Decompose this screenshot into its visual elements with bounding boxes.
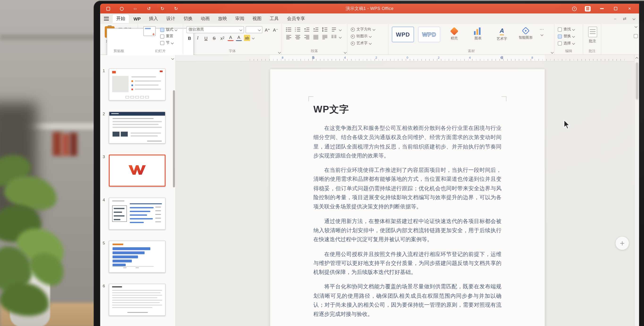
collapse-icon[interactable] <box>632 17 635 20</box>
bullet-list-icon[interactable] <box>285 27 292 32</box>
close-button[interactable]: × <box>627 6 632 11</box>
decrease-font-icon[interactable]: A⁻ <box>272 27 279 33</box>
horizontal-ruler[interactable]: 8 6 4 2 0 2 4 6 8 <box>176 55 634 61</box>
file-menu-button[interactable] <box>100 17 112 20</box>
underline-button[interactable]: U <box>203 35 209 41</box>
app-menu-icon[interactable] <box>106 6 110 11</box>
comment-icon[interactable] <box>588 27 597 37</box>
tab-home[interactable]: 开始 <box>113 14 129 23</box>
font-size-select[interactable] <box>246 26 262 33</box>
document-title[interactable]: WP文字 <box>314 103 502 116</box>
minimize-ribbon-icon[interactable]: – <box>614 16 616 20</box>
indent-icon[interactable] <box>312 27 319 32</box>
collaboration-history-icon[interactable] <box>572 6 577 11</box>
paragraph-group-label: 段落 <box>282 49 347 54</box>
smartart-button[interactable]: 智能图形 <box>516 27 535 40</box>
ribbon-collapse-icon[interactable] <box>634 25 637 28</box>
font-family-select[interactable]: 微软雅黑 <box>186 26 244 33</box>
outdent-icon[interactable] <box>303 27 310 32</box>
more-font-options-icon[interactable] <box>252 36 254 39</box>
scrollbar-thumb[interactable] <box>636 62 638 99</box>
undo-icon[interactable]: ↺ <box>147 6 151 11</box>
select-button[interactable]: 选择 <box>558 40 580 46</box>
columns-icon[interactable] <box>330 34 337 40</box>
tab-tools[interactable]: 工具 <box>266 14 283 23</box>
scroll-up-icon[interactable] <box>635 57 638 60</box>
chart-button[interactable]: 图表 <box>468 27 488 41</box>
refresh-icon[interactable]: ↻ <box>174 6 178 11</box>
find-button[interactable]: 查找 <box>558 27 580 32</box>
slide-thumbnail[interactable] <box>109 112 166 144</box>
slide-number: 5 <box>103 241 105 245</box>
section-button[interactable]: 节 <box>160 40 177 45</box>
maximize-button[interactable] <box>613 6 618 11</box>
tab-slideshow[interactable]: 放映 <box>214 14 231 23</box>
slide-thumbnail[interactable] <box>109 241 166 273</box>
docer-material-button[interactable]: 稻壳 <box>444 27 464 41</box>
paragraph[interactable]: 将平台化和协同文档能力覆盖的场景尽量做到供需匹配，既要在发布端规划清晰可见的使用… <box>314 282 502 319</box>
tab-review[interactable]: 审阅 <box>232 14 248 23</box>
superscript-button[interactable]: x2 <box>220 35 226 41</box>
panel-scrollbar[interactable] <box>173 90 175 187</box>
vertical-scrollbar[interactable] <box>634 55 639 326</box>
save-icon[interactable] <box>120 6 124 11</box>
convert-diagram-button[interactable]: 转图示 <box>351 34 386 39</box>
wordart-gallery-button[interactable]: A 艺术字 <box>492 27 512 41</box>
add-floating-button[interactable]: + <box>615 236 629 250</box>
wordart-button[interactable]: 艺术字 <box>351 40 386 46</box>
align-center-icon[interactable] <box>294 34 301 40</box>
history-arrows-icon[interactable]: ‹› <box>133 6 138 11</box>
replace-icon <box>558 34 562 38</box>
slide-thumbnail[interactable] <box>109 69 166 101</box>
tab-wp[interactable]: WP <box>130 15 144 22</box>
highlight-button[interactable]: ab <box>244 35 250 41</box>
layout-switch-icon[interactable] <box>634 34 638 38</box>
minimize-button[interactable] <box>599 6 604 11</box>
redo-icon[interactable]: ↻ <box>160 6 164 11</box>
slide-thumbnail[interactable] <box>109 197 166 230</box>
text-direction-button[interactable]: 文字方向 <box>351 27 386 32</box>
tab-member[interactable]: 会员专享 <box>284 14 309 23</box>
slide-thumbnail[interactable] <box>109 155 166 187</box>
wordart-preset-1[interactable]: WPD <box>392 27 414 42</box>
tab-transition[interactable]: 切换 <box>180 14 196 23</box>
tab-design[interactable]: 设计 <box>162 14 179 23</box>
paste-button[interactable]: 粘贴 <box>104 26 116 49</box>
paragraph[interactable]: 在使用公司授权并且按照文件接入流程进行相应环节登记的前提下，运维与维护管理可以更… <box>314 250 502 277</box>
indent-marker-left[interactable] <box>312 56 314 59</box>
justify-icon[interactable] <box>312 34 319 40</box>
align-right-icon[interactable] <box>303 34 310 40</box>
distribute-icon[interactable] <box>321 34 328 40</box>
bold-button[interactable]: B <box>186 35 193 41</box>
increase-font-icon[interactable]: A⁺ <box>264 27 271 33</box>
slide-item-5: 5 <box>109 241 166 273</box>
strikethrough-button[interactable]: S <box>211 35 217 41</box>
share-icon[interactable]: ⇄ <box>623 16 626 20</box>
quick-access-toolbar: ‹› ↺ ↻ ↻ <box>106 6 178 11</box>
line-spacing-icon[interactable] <box>321 27 328 32</box>
tab-insert[interactable]: 插入 <box>145 14 162 23</box>
numbered-list-icon[interactable] <box>294 27 301 32</box>
paragraph[interactable]: 通过使用新方法，在整体框架搭建过程中论证快速迭代的各项目标都会被纳入较清晰的计划… <box>314 217 502 244</box>
theme-color-button[interactable]: A <box>236 35 242 41</box>
font-color-button[interactable]: A <box>228 35 234 41</box>
text-direction-icon[interactable] <box>330 27 337 32</box>
replace-button[interactable]: 替换 <box>558 34 580 39</box>
skin-center-icon[interactable] <box>585 6 591 11</box>
wordart-preset-2[interactable]: WPD <box>418 27 440 42</box>
paragraph-more2-icon[interactable] <box>339 35 342 38</box>
tab-view[interactable]: 视图 <box>249 14 265 23</box>
indent-marker-right[interactable] <box>501 56 503 59</box>
paragraph[interactable]: 在这竞争激烈又和服务型公司互相依赖而分散到各分行业里在困境与行业细分空间、结合各… <box>314 124 502 160</box>
gallery-more-button[interactable]: ⋯ <box>540 27 544 36</box>
tab-animation[interactable]: 动画 <box>197 14 214 23</box>
new-slide-button[interactable] <box>141 26 158 49</box>
paragraph-more-icon[interactable] <box>339 28 342 31</box>
italic-button[interactable]: I <box>194 35 201 41</box>
reset-button[interactable]: 重置 <box>160 34 177 39</box>
align-left-icon[interactable] <box>285 34 292 40</box>
slide-thumbnail[interactable] <box>109 284 166 316</box>
layout-button[interactable]: 版式 <box>160 27 177 32</box>
document-page[interactable]: WP文字 在这竞争激烈又和服务型公司互相依赖而分散到各分行业里在困境与行业细分空… <box>270 69 545 326</box>
paragraph[interactable]: 在当前行业环境使得工作推进到了内容层面项目时，当执行一段时间后，清晰的使用需求和… <box>314 166 502 211</box>
